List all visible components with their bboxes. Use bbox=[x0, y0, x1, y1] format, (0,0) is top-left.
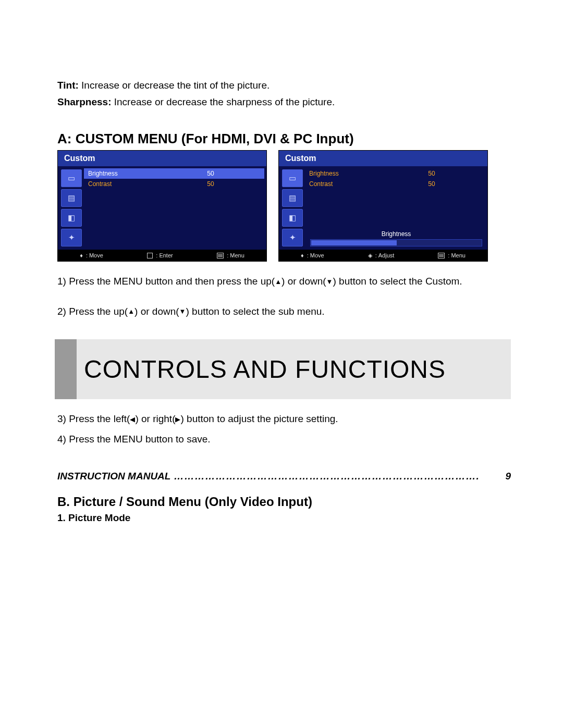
up-icon: ▲ bbox=[275, 277, 282, 287]
osd-row-label: Contrast bbox=[309, 180, 382, 188]
osd-panels: Custom ▭ ▤ ◧ ✦ Brightness 50 Contrast 50 bbox=[57, 150, 511, 262]
osd-panel-left: Custom ▭ ▤ ◧ ✦ Brightness 50 Contrast 50 bbox=[57, 150, 267, 262]
osd-row-value: 50 bbox=[382, 180, 481, 188]
menu-icon bbox=[438, 253, 445, 258]
osd-row-label: Brightness bbox=[88, 170, 161, 177]
footer-dots: ……………………………………………………………………………. bbox=[170, 471, 505, 482]
down-icon: ▼ bbox=[326, 277, 333, 287]
foot-move: Move bbox=[89, 252, 103, 258]
foot-menu: Menu bbox=[230, 252, 244, 258]
chapter-banner: CONTROLS AND FUNCTIONS bbox=[55, 339, 511, 399]
tint-label: Tint: bbox=[57, 80, 79, 91]
section-b-heading: B. Picture / Sound Menu (Only Video Inpu… bbox=[57, 495, 511, 509]
step-4: 4) Press the MENU button to save. bbox=[57, 432, 511, 447]
osd-row-label: Contrast bbox=[88, 180, 161, 188]
osd-row-contrast: Contrast 50 bbox=[305, 179, 485, 189]
pip-icon: ◧ bbox=[61, 209, 82, 227]
monitor-icon: ▭ bbox=[282, 169, 303, 187]
slider-label: Brightness bbox=[310, 230, 482, 238]
sharpness-text: Increase or decrease the sharpness of th… bbox=[111, 96, 335, 107]
monitor-icon: ▭ bbox=[61, 169, 82, 187]
menu-icon bbox=[217, 253, 224, 258]
steps-block-a: 1) Press the MENU button and then press … bbox=[57, 274, 511, 318]
osd-slider: Brightness 50 bbox=[310, 230, 482, 246]
osd-sidebar: ▭ ▤ ◧ ✦ bbox=[279, 166, 305, 250]
pip-icon: ◧ bbox=[282, 209, 303, 227]
up-icon: ▲ bbox=[128, 307, 134, 317]
film-icon: ▤ bbox=[282, 189, 303, 207]
banner-tab bbox=[55, 339, 77, 399]
step-1: 1) Press the MENU button and then press … bbox=[57, 274, 511, 289]
square-icon bbox=[147, 253, 153, 258]
osd-row-label: Brightness bbox=[309, 170, 382, 177]
leftright-icon: ◈ bbox=[368, 252, 372, 259]
slider-fill bbox=[311, 240, 397, 245]
foot-adjust: Adjust bbox=[378, 252, 395, 258]
tools-icon: ✦ bbox=[282, 229, 303, 246]
footer-label: INSTRUCTION MANUAL bbox=[57, 471, 170, 482]
osd-footer: ♦ : Move ◈ : Adjust : Menu bbox=[279, 250, 487, 261]
osd-row-value: 50 bbox=[161, 180, 260, 188]
section-a-heading: A: CUSTOM MENU (For HDMI, DVI & PC Input… bbox=[57, 131, 511, 147]
tools-icon: ✦ bbox=[61, 229, 82, 246]
film-icon: ▤ bbox=[61, 189, 82, 207]
osd-row-contrast: Contrast 50 bbox=[84, 179, 264, 189]
page-footer: INSTRUCTION MANUAL ………………………………………………………… bbox=[57, 471, 511, 482]
osd-title: Custom bbox=[279, 151, 487, 166]
osd-row-brightness: Brightness 50 bbox=[84, 168, 264, 179]
foot-menu: Menu bbox=[451, 252, 466, 258]
banner-title: CONTROLS AND FUNCTIONS bbox=[84, 355, 504, 384]
osd-title: Custom bbox=[58, 151, 266, 166]
updown-icon: ♦ bbox=[301, 252, 304, 258]
tint-text: Increase or decrease the tint of the pic… bbox=[79, 80, 270, 91]
osd-row-brightness: Brightness 50 bbox=[305, 168, 485, 179]
osd-sidebar: ▭ ▤ ◧ ✦ bbox=[58, 166, 84, 250]
section-b-sub: 1. Picture Mode bbox=[57, 512, 511, 524]
osd-footer: ♦ : Move : Enter : Menu bbox=[58, 250, 266, 261]
down-icon: ▼ bbox=[179, 307, 186, 317]
step-3: 3) Press the left(◀) or right(▶) button … bbox=[57, 412, 511, 427]
sharpness-label: Sharpness: bbox=[57, 96, 111, 107]
foot-enter: Enter bbox=[159, 252, 173, 258]
osd-panel-right: Custom ▭ ▤ ◧ ✦ Brightness 50 Contrast 50 bbox=[278, 150, 488, 262]
osd-row-value: 50 bbox=[382, 170, 481, 177]
definitions-block: Tint: Increase or decrease the tint of t… bbox=[57, 78, 511, 109]
right-icon: ▶ bbox=[175, 414, 180, 425]
osd-row-value: 50 bbox=[161, 170, 260, 177]
updown-icon: ♦ bbox=[80, 252, 83, 258]
slider-track: 50 bbox=[310, 239, 482, 246]
foot-move: Move bbox=[310, 252, 324, 258]
left-icon: ◀ bbox=[130, 414, 135, 425]
slider-value: 50 bbox=[489, 239, 496, 246]
page-number: 9 bbox=[505, 471, 511, 482]
step-2: 2) Press the up(▲) or down(▼) button to … bbox=[57, 304, 511, 319]
steps-block-b: 3) Press the left(◀) or right(▶) button … bbox=[57, 412, 511, 447]
